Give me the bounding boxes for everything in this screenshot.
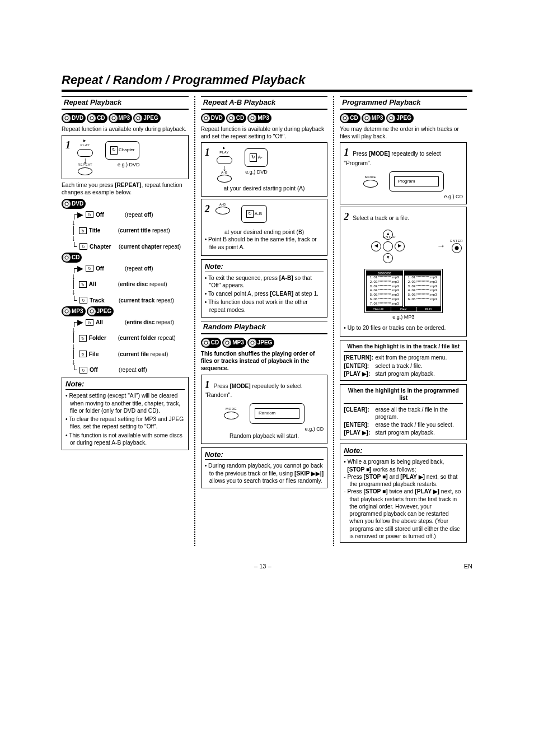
repeat-osd-icon: ↻: [79, 297, 87, 304]
disc-badge-jpeg: JPEG: [386, 113, 414, 123]
repeat-osd-icon: ↻: [86, 211, 93, 218]
disc-badge-mp3: MP3: [247, 113, 271, 123]
osd-wrapper: ↻Chapter: [105, 141, 139, 159]
disc-icon: [63, 307, 71, 315]
caption: e.g.) CD: [344, 194, 463, 200]
step-number: 1: [205, 379, 210, 391]
disc-icon: [363, 114, 371, 122]
disc-badge-dvd: DVD: [201, 113, 225, 123]
prog-header: When the highlight is in the programmed …: [344, 387, 463, 404]
title-rule: [62, 90, 472, 92]
repeat-osd-icon: ↻: [79, 367, 87, 374]
step1-box: 1 Press [MODE] repeatedly to select "Ran…: [201, 375, 328, 444]
ab-button: [217, 175, 232, 183]
play-label: ▶PLAY: [219, 146, 229, 155]
osd-text: A-B: [255, 211, 262, 216]
note-item: Press [STOP ■] and [PLAY ▶] next, so tha…: [344, 473, 463, 488]
disc-icon: [341, 114, 349, 122]
note-title: Note:: [205, 450, 324, 460]
step-number: 1: [65, 139, 71, 152]
arrow-right-icon: →: [437, 240, 446, 252]
note-item: This function does not work in the other…: [205, 298, 324, 314]
enter-button: [452, 243, 462, 253]
disc-icon: [249, 114, 256, 122]
mode-label: MODE: [365, 175, 376, 180]
disc-icon: [88, 114, 96, 122]
intro-text: You may determine the order in which tra…: [340, 125, 467, 141]
mode-label: MODE: [226, 407, 237, 412]
prog-box-tracklist: When the highlight is in the track / fil…: [340, 340, 467, 381]
intro-text: This function shuffles the playing order…: [201, 350, 328, 372]
cd-cycle: ┌▶↻Off(repeat off) ↓ │↻All(entire disc r…: [62, 265, 189, 304]
section-title-programmed: Programmed Playback: [340, 96, 467, 110]
mode-button: [363, 180, 378, 188]
note-item: To exit the sequence, press [A-B] so tha…: [205, 274, 324, 290]
repeat-osd-icon: ↻: [86, 319, 93, 326]
intro-text: Repeat function is available only during…: [201, 125, 328, 141]
repeat-osd-icon: ↻: [79, 227, 87, 234]
column-repeat: Repeat Playback DVD CD MP3 JPEG Repeat f…: [62, 96, 194, 546]
column-ab-random: Repeat A-B Playback DVD CD MP3 Repeat fu…: [194, 96, 334, 546]
caption: e.g.) MP3: [344, 314, 463, 321]
step-text: at your desired starting point (A): [205, 185, 324, 192]
repeat-osd-icon: ↻: [79, 243, 87, 250]
step-number: 2: [344, 211, 349, 223]
page-number: – 13 –: [254, 563, 271, 570]
step-text: Select a track or a file.: [353, 215, 409, 221]
caption: e.g.) DVD: [245, 169, 268, 176]
disc-badge-mp3: MP3: [222, 338, 246, 348]
note-item: Repeat setting (except "All") will be cl…: [65, 392, 185, 414]
disc-row: DVD CD MP3 JPEG: [62, 113, 189, 123]
repeat-button: [78, 167, 92, 175]
dvd-cycle: ┌▶↻Off(repeat off) ↓ │↻Title(current tit…: [62, 211, 189, 250]
note-item: To clear the repeat setting for MP3 and …: [65, 416, 185, 431]
repeat-osd-icon: ↻: [110, 146, 118, 154]
disc-icon: [227, 114, 235, 122]
disc-badge-dvd: DVD: [62, 113, 86, 123]
ab-label: A-B: [221, 171, 228, 175]
disc-badge-jpeg: JPEG: [87, 306, 114, 316]
disc-icon: [249, 339, 256, 347]
disc-icon: [134, 114, 142, 122]
repeat-osd-icon: ↻: [79, 335, 87, 342]
down-button: ▼: [383, 253, 393, 263]
disc-badge-mp3: MP3: [109, 113, 133, 123]
note-title: Note:: [65, 380, 185, 390]
right-button: ▶: [395, 241, 405, 251]
disc-icon: [63, 254, 71, 262]
repeat-osd-icon: ↻: [86, 265, 93, 272]
disc-icon: [387, 114, 395, 122]
note-item: To cancel point A, press [CLEAR] at step…: [205, 290, 324, 297]
disc-badge-mp3: MP3: [62, 306, 86, 316]
disc-icon: [63, 200, 71, 208]
mp3-cycle: ┌▶↻All(entire disc repeat) ↓ │↻Folder(cu…: [62, 319, 189, 374]
step1-box: 1 Press [MODE] repeatedly to select "Pro…: [340, 142, 467, 204]
step2-box: 2 Select a track or a file. ▲ ◀ ▶ ▼ ENTE…: [340, 207, 467, 337]
note-box: Note: Repeat setting (except "All") will…: [62, 377, 189, 450]
disc-badge-cd: CD: [201, 338, 221, 348]
section-title-ab: Repeat A-B Playback: [201, 96, 328, 110]
step-number: 1: [344, 146, 349, 159]
repeat-osd-icon: ↻: [250, 153, 257, 161]
disc-icon: [110, 114, 118, 122]
note-box: Note: • While a program is being played …: [340, 444, 467, 543]
caption: e.g.) DVD: [105, 162, 139, 169]
step-note: Point B should be in the same title, tra…: [205, 236, 324, 251]
upto-text: Up to 20 files or tracks can be ordered.: [344, 324, 463, 332]
disc-badge-jpeg: JPEG: [247, 338, 275, 348]
page-lang: EN: [464, 563, 472, 570]
osd-wrapper: Program: [389, 171, 444, 192]
note-box: Note: To exit the sequence, press [A-B] …: [201, 259, 328, 318]
disc-badge-cd: CD: [226, 113, 246, 123]
step2-box: 2 A-B ↻A-B at your desired ending point …: [201, 199, 328, 256]
enter-label: ENTER: [383, 235, 393, 240]
osd-wrapper: Random: [250, 403, 305, 423]
disc-icon: [223, 339, 231, 347]
nav-cross: ▲ ◀ ▶ ▼ ENTER: [371, 230, 405, 263]
note-lead: • While a program is being played back, …: [344, 458, 463, 473]
step-text: at your desired ending point (B): [205, 228, 324, 236]
arrow-down-icon: ↓: [222, 165, 227, 171]
note-title: Note:: [205, 262, 324, 272]
column-programmed: Programmed Playback CD MP3 JPEG You may …: [333, 96, 472, 546]
page-footer: – 13 – EN: [62, 563, 472, 570]
